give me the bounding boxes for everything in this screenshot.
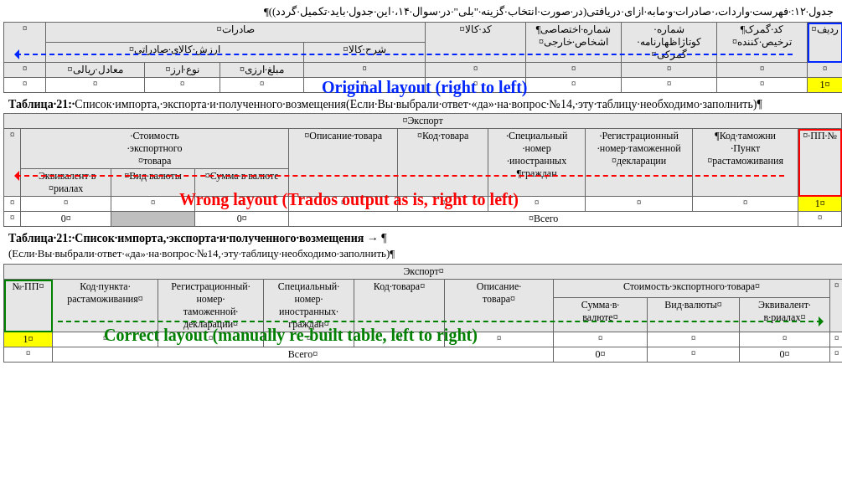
t1-desc: شرح·کالا¤	[304, 43, 426, 63]
t2-total: Всего¤	[289, 212, 798, 227]
t1-m7: ¤	[4, 63, 46, 78]
t2-decl: Регистрационный· номер·таможенной· декла…	[586, 129, 693, 197]
t2-foreign: Специальный· номер· иностранных· граждан…	[488, 129, 586, 197]
t1-fxamt: مبلغ·ارزی¤	[220, 63, 304, 78]
t1-rial: معادل·ریالی¤	[46, 63, 145, 78]
annot-red: Wrong layout (Trados output as is, right…	[179, 190, 519, 209]
table3-subtitle: (Если·Вы·выбрали·ответ·«да»·на·вопрос·№1…	[8, 247, 834, 260]
t3-r8: ¤	[740, 332, 830, 347]
t1-decl: شماره· کوتاژاظهارنامه· گمرکی¤	[622, 23, 717, 63]
t1-m2: ¤	[717, 63, 808, 78]
table3-title: Таблица·21:·Список·импорта,·экспорта·и·п…	[8, 232, 834, 245]
t2-b2: ¤	[4, 212, 21, 227]
t2-r9: ¤	[4, 197, 21, 212]
arrow-red	[16, 175, 784, 177]
t3-row-seq: 1¤	[4, 332, 53, 347]
t1-fxtype: نوع·ارز¤	[145, 63, 220, 78]
t1-r8: ¤	[46, 78, 145, 93]
t3-z1: 0¤	[554, 347, 648, 363]
t1-expval: ارزش·کالای·صادراتی¤	[46, 43, 304, 63]
t3-expval: Стоимость·экспортного·товара¤	[554, 280, 830, 298]
t2-desc: Описание·товара¤	[289, 129, 398, 197]
t2-export: Экспорт¤	[4, 114, 842, 129]
t3-rial: Эквивалент· в·риалах¤	[740, 298, 830, 332]
t1-r1: ¤	[717, 78, 808, 93]
t3-b2: ¤	[648, 347, 740, 363]
t1-export: صادرات¤	[46, 23, 426, 43]
t3-r9: ¤	[830, 332, 843, 347]
t3-seq-head: №·ПП¤	[4, 280, 53, 332]
t1-foreign: شماره·اختصاصی¶ اشخاص·خارجی¤	[526, 23, 622, 63]
t2-b1: ¤	[798, 212, 842, 227]
t1-r9: ¤	[4, 78, 46, 93]
t3-desc: Описание· товара¤	[445, 280, 554, 332]
annot-green: Correct layout (manually re-built table,…	[104, 326, 478, 345]
t1-r3: ¤	[526, 78, 622, 93]
t1-r7: ¤	[145, 78, 220, 93]
t2-customs: Код·таможни¶ Пункт· растаможивания¤	[693, 129, 798, 197]
t3-end: ¤	[830, 280, 843, 332]
t1-m1: ¤	[808, 63, 843, 78]
t3-b3: ¤	[830, 347, 843, 363]
t2-seq-head: №·ПП·¤	[798, 129, 842, 197]
t3-total: Всего¤	[53, 347, 554, 363]
t2-gray	[111, 212, 195, 227]
t2-code: Код·товара¤	[398, 129, 488, 197]
t3-r7: ¤	[648, 332, 740, 347]
arrow-blue	[16, 54, 793, 55]
t3-b1: ¤	[4, 347, 53, 363]
t3-fxtype: Вид·валюты¤	[648, 298, 740, 332]
t3-code: Код·товара¤	[354, 280, 445, 332]
t3-customs: Код·пункта· растаможивания¤	[53, 280, 158, 332]
annot-blue: Original layout (right to left)	[322, 78, 528, 97]
t1-m5: ¤	[426, 63, 526, 78]
t2-rial: Эквивалент·в· риалах¤	[21, 169, 111, 197]
t1-r2: ¤	[622, 78, 717, 93]
table2-title: Таблица·21:·Список·импорта,·экспорта·и·п…	[8, 98, 834, 111]
t2-z1: 0¤	[195, 212, 289, 227]
arrow-green	[58, 321, 822, 322]
t1-seq-head: ردیف¤	[808, 23, 843, 63]
t1-customs: کد·گمرک¶ ترخیص·کننده¤	[717, 23, 808, 63]
t3-r6: ¤	[554, 332, 648, 347]
t1-row-seq: 1¤	[808, 78, 843, 93]
t2-r2: ¤	[586, 197, 693, 212]
t2-expval: Стоимость· экспортного· товара¤	[21, 129, 289, 169]
t3-fxamt: Сумма·в· валюте¤	[554, 298, 648, 332]
t1-m4: ¤	[526, 63, 622, 78]
t3-export: Экспорт¤	[4, 265, 843, 280]
t3-decl: Регистрационный· номер· таможенной· декл…	[158, 280, 264, 332]
t2-r1: ¤	[693, 197, 798, 212]
t1-m6: ¤	[304, 63, 426, 78]
t3-z2: 0¤	[740, 347, 830, 363]
t1-m3: ¤	[622, 63, 717, 78]
table1-title: جدول·۱۲:·فهرست·واردات،·صادرات·و·مابه·ازا…	[8, 5, 834, 18]
table3: Экспорт¤ №·ПП¤ Код·пункта· растаможивани…	[3, 264, 842, 363]
t2-z2: 0¤	[21, 212, 111, 227]
t1-code: کد·کالا¤	[426, 23, 526, 63]
table2: Экспорт¤ №·ПП·¤ Код·таможни¶ Пункт· раст…	[3, 113, 842, 227]
t2-row-seq: 1¤	[798, 197, 842, 212]
t2-r8: ¤	[21, 197, 111, 212]
t2-end: ¤	[4, 129, 21, 197]
t1-r6: ¤	[220, 78, 304, 93]
t3-foreign: Специальный· номер· иностранных· граждан…	[264, 280, 354, 332]
